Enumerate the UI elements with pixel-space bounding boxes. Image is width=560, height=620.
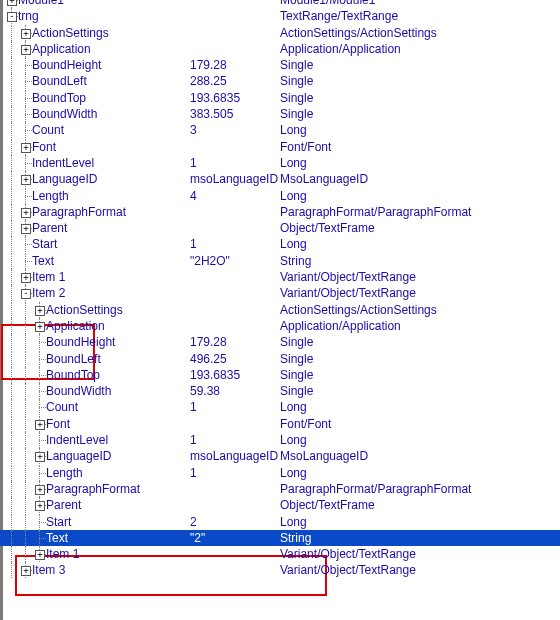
tree-row[interactable]: +FontFont/Font: [0, 139, 560, 155]
tree-row[interactable]: +LanguageIDmsoLanguageIDMsoLanguageID: [0, 448, 560, 464]
collapse-icon[interactable]: -: [7, 12, 17, 22]
tree-gutter: [0, 383, 46, 399]
tree-gutter: +: [0, 562, 32, 578]
tree-row[interactable]: BoundWidth383.505Single: [0, 106, 560, 122]
expand-icon[interactable]: +: [35, 452, 45, 462]
tree-row[interactable]: IndentLevel1Long: [0, 155, 560, 171]
tree-row[interactable]: BoundTop193.6835Single: [0, 367, 560, 383]
tree-gutter: [0, 514, 46, 530]
prop-value: 1: [190, 399, 280, 415]
tree-row[interactable]: +ParentObject/TextFrame: [0, 497, 560, 513]
tree-row[interactable]: +Item 1Variant/Object/TextRange: [0, 546, 560, 562]
tree-gutter: [0, 155, 32, 171]
tree-row[interactable]: +FontFont/Font: [0, 416, 560, 432]
tree-row[interactable]: BoundHeight179.28Single: [0, 57, 560, 73]
tree-row[interactable]: +Item 1Variant/Object/TextRange: [0, 269, 560, 285]
tree-gutter: [0, 465, 46, 481]
tree-row[interactable]: -Item 2Variant/Object/TextRange: [0, 285, 560, 301]
prop-type: Single: [280, 367, 313, 383]
prop-type: ParagraphFormat/ParagraphFormat: [280, 481, 471, 497]
prop-type: Long: [280, 465, 307, 481]
prop-type: Module1/Module1: [280, 0, 375, 8]
tree-row[interactable]: BoundHeight179.28Single: [0, 334, 560, 350]
tree-gutter: [0, 106, 32, 122]
prop-name: Parent: [46, 497, 190, 513]
prop-value: 1: [190, 236, 280, 252]
tree-row[interactable]: +ApplicationApplication/Application: [0, 41, 560, 57]
tree-gutter: [0, 530, 46, 546]
tree-row[interactable]: +ActionSettingsActionSettings/ActionSett…: [0, 25, 560, 41]
tree-row[interactable]: +Module1Module1/Module1: [0, 0, 560, 8]
expand-icon[interactable]: +: [35, 420, 45, 430]
prop-type: String: [280, 530, 311, 546]
expand-icon[interactable]: +: [35, 322, 45, 332]
tree-gutter: +: [0, 318, 46, 334]
prop-type: Object/TextFrame: [280, 220, 375, 236]
tree-row[interactable]: IndentLevel1Long: [0, 432, 560, 448]
collapse-icon[interactable]: -: [21, 289, 31, 299]
expand-icon[interactable]: +: [21, 143, 31, 153]
tree-row[interactable]: Count1Long: [0, 399, 560, 415]
tree-row[interactable]: Length1Long: [0, 465, 560, 481]
prop-value: 288.25: [190, 73, 280, 89]
expand-icon[interactable]: +: [21, 273, 31, 283]
prop-name: Application: [32, 41, 190, 57]
prop-value: 496.25: [190, 351, 280, 367]
tree-row[interactable]: +ParagraphFormatParagraphFormat/Paragrap…: [0, 481, 560, 497]
expand-icon[interactable]: +: [21, 566, 31, 576]
prop-name: Item 3: [32, 562, 190, 578]
tree-row[interactable]: BoundTop193.6835Single: [0, 90, 560, 106]
prop-type: ActionSettings/ActionSettings: [280, 302, 437, 318]
expand-icon[interactable]: +: [21, 45, 31, 55]
tree-row[interactable]: +ParagraphFormatParagraphFormat/Paragrap…: [0, 204, 560, 220]
expand-icon[interactable]: +: [35, 550, 45, 560]
expand-icon[interactable]: +: [21, 208, 31, 218]
prop-type: Single: [280, 57, 313, 73]
tree-row[interactable]: Length4Long: [0, 188, 560, 204]
prop-type: MsoLanguageID: [280, 448, 368, 464]
expand-icon[interactable]: +: [35, 501, 45, 511]
expand-icon[interactable]: +: [21, 29, 31, 39]
tree-row[interactable]: Text"2"String: [0, 530, 560, 546]
expand-icon[interactable]: +: [7, 0, 17, 6]
tree-row[interactable]: Start2Long: [0, 514, 560, 530]
tree-row[interactable]: BoundLeft496.25Single: [0, 351, 560, 367]
tree-gutter: +: [0, 481, 46, 497]
prop-value: "2": [190, 530, 280, 546]
prop-name: BoundHeight: [32, 57, 190, 73]
prop-value: 193.6835: [190, 367, 280, 383]
expand-icon[interactable]: +: [21, 224, 31, 234]
prop-value: 2: [190, 514, 280, 530]
tree-gutter: +: [0, 41, 32, 57]
tree-row[interactable]: Start1Long: [0, 236, 560, 252]
tree-row[interactable]: BoundLeft288.25Single: [0, 73, 560, 89]
tree-gutter: +: [0, 139, 32, 155]
prop-type: Object/TextFrame: [280, 497, 375, 513]
expand-icon[interactable]: +: [35, 485, 45, 495]
expand-icon[interactable]: +: [35, 306, 45, 316]
prop-value: 3: [190, 122, 280, 138]
prop-value: msoLanguageID: [190, 448, 280, 464]
prop-type: Single: [280, 334, 313, 350]
prop-type: MsoLanguageID: [280, 171, 368, 187]
tree-row[interactable]: BoundWidth59.38Single: [0, 383, 560, 399]
tree-row[interactable]: Count3Long: [0, 122, 560, 138]
tree-row[interactable]: +ActionSettingsActionSettings/ActionSett…: [0, 302, 560, 318]
tree-row[interactable]: +ParentObject/TextFrame: [0, 220, 560, 236]
prop-name: Module1: [18, 0, 190, 8]
prop-type: Long: [280, 236, 307, 252]
prop-type: Variant/Object/TextRange: [280, 285, 416, 301]
prop-name: Length: [46, 465, 190, 481]
prop-name: Font: [46, 416, 190, 432]
tree-row[interactable]: -trngTextRange/TextRange: [0, 8, 560, 24]
tree-row[interactable]: +ApplicationApplication/Application: [0, 318, 560, 334]
prop-name: Count: [46, 399, 190, 415]
tree-gutter: [0, 73, 32, 89]
prop-type: Long: [280, 188, 307, 204]
tree-gutter: -: [0, 8, 18, 24]
tree-row[interactable]: +Item 3Variant/Object/TextRange: [0, 562, 560, 578]
expand-icon[interactable]: +: [21, 175, 31, 185]
prop-name: Application: [46, 318, 190, 334]
tree-row[interactable]: +LanguageIDmsoLanguageIDMsoLanguageID: [0, 171, 560, 187]
tree-row[interactable]: Text"2H2O"String: [0, 253, 560, 269]
